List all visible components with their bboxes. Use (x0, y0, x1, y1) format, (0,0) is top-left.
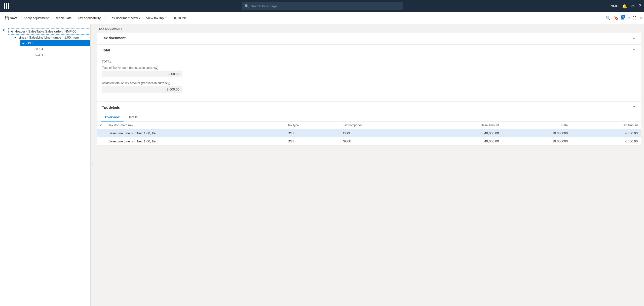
waffle-menu[interactable] (3, 3, 10, 10)
tax-document-section: Tax document ⌄ (97, 32, 641, 44)
row-tax-type-0: GST (285, 129, 340, 137)
notification-badge: 0 (621, 15, 625, 19)
content-area: TAX DOCUMENT Tax document ⌄ Total ⌃ TOTA… (94, 24, 644, 306)
tax-details-chevron-icon: ⌃ (633, 105, 636, 109)
total-section: Total ⌃ TOTAL Total of Tax Amount (trans… (97, 44, 641, 101)
table-wrapper: ✓ Tax document row Tax type Tax componen… (97, 121, 641, 145)
tree-gst-item[interactable]: ◀ GST (20, 40, 90, 46)
top-navigation: 🔍 INMF 🔔 ⚙ ? (0, 0, 644, 12)
bell-icon[interactable]: 🔔 (622, 4, 627, 9)
adjusted-total-field: Adjusted total of Tax Amount (transactio… (102, 81, 636, 93)
total-tax-field: Total of Tax Amount (transaction currenc… (102, 66, 636, 77)
section-title: TAX DOCUMENT (94, 24, 644, 32)
gear-icon[interactable]: ⚙ (631, 4, 635, 9)
search-cmd-icon[interactable]: 🔍 (606, 16, 611, 20)
total-tax-value: 8,000.00 (102, 71, 182, 77)
row-tax-component-1: SGST (340, 137, 425, 145)
col-base-amount: Base Amount (425, 121, 502, 129)
row-tax-component-0: CGST (340, 129, 425, 137)
apply-adjustment-button[interactable]: Apply adjustment (21, 15, 51, 21)
dropdown-arrow-icon: ▾ (139, 17, 140, 19)
row-base-amount-0: 40,000.00 (425, 129, 502, 137)
waffle-icon (4, 3, 9, 9)
total-tax-label: Total of Tax Amount (transaction currenc… (102, 66, 636, 70)
tax-details-header[interactable]: Tax details ⌃ (97, 102, 641, 113)
panel-resizer[interactable]: ⋮ (91, 24, 94, 306)
collapse-icon: ◀ (11, 30, 14, 33)
tree-lines-item[interactable]: ◀ Lines - SalesLine Line number: 1.00, I… (12, 35, 90, 40)
tab-details[interactable]: Details (124, 113, 142, 121)
gst-collapse-icon: ◀ (22, 42, 25, 45)
table-row[interactable]: SalesLine Line number: 1.00, Ite... GST … (97, 129, 641, 137)
row-check-1 (97, 137, 105, 145)
view-tax-input-button[interactable]: View tax input (144, 15, 169, 21)
expand-icon[interactable]: ⛶ (633, 16, 636, 20)
tree-header-item[interactable]: ◀ Header - SalesTable Sales order: INMF-… (8, 28, 90, 35)
tree-level3: CGST SGST (20, 46, 90, 58)
save-button[interactable]: 💾 Save (2, 15, 20, 22)
tree-sgst-item[interactable]: SGST (32, 52, 90, 58)
left-panel: ▼ ◀ Header - SalesTable Sales order: INM… (0, 24, 94, 306)
tree-cgst-item[interactable]: CGST (32, 46, 90, 52)
tab-overview[interactable]: Overview (101, 113, 124, 121)
favorites-icon[interactable]: 🔖 (614, 16, 619, 20)
row-tax-amount-0: 4,000.00 (571, 129, 641, 137)
table-row[interactable]: SalesLine Line number: 1.00, Ite... GST … (97, 137, 641, 145)
row-tax-type-1: GST (285, 137, 340, 145)
tax-document-view-button[interactable]: Tax document view ▾ (107, 15, 143, 21)
search-icon: 🔍 (245, 4, 249, 8)
tax-applicability-button[interactable]: Tax applicability (75, 15, 103, 21)
tax-details-section: Tax details ⌃ Overview Details (97, 102, 641, 146)
recalculate-button[interactable]: Recalculate (52, 15, 74, 21)
row-base-amount-1: 40,000.00 (425, 137, 502, 145)
adjusted-total-value: 8,000.00 (102, 86, 182, 93)
col-tax-component: Tax component (340, 121, 425, 129)
row-tax-doc-row-0: SalesLine Line number: 1.00, Ite... (105, 129, 285, 137)
help-icon[interactable]: ? (639, 4, 641, 8)
content-sections: Tax document ⌄ Total ⌃ TOTAL Total of Ta… (94, 32, 644, 149)
refresh-icon[interactable]: ↻ (627, 16, 630, 20)
command-bar: 💾 Save Apply adjustment Recalculate Tax … (0, 12, 644, 24)
tree-level2: ◀ GST CGST SGST (12, 40, 90, 58)
tax-table: ✓ Tax document row Tax type Tax componen… (97, 121, 641, 145)
tax-details-content: Overview Details ✓ Tax document row Tax … (97, 113, 641, 145)
table-header: ✓ Tax document row Tax type Tax componen… (97, 121, 641, 129)
save-icon: 💾 (5, 16, 9, 20)
col-tax-amount: Tax Amount (571, 121, 641, 129)
nav-right: INMF 🔔 ⚙ ? (610, 4, 641, 9)
total-chevron-icon: ⌃ (633, 48, 636, 52)
row-tax-doc-row-1: SalesLine Line number: 1.00, Ite... (105, 137, 285, 145)
tax-details-tabs: Overview Details (97, 113, 641, 121)
col-tax-document-row: Tax document row (105, 121, 285, 129)
nav-left (3, 3, 10, 10)
close-icon[interactable]: ✕ (639, 16, 642, 20)
tax-document-chevron-icon: ⌄ (633, 36, 636, 40)
total-section-content: TOTAL Total of Tax Amount (transaction c… (97, 56, 641, 101)
row-rate-0: 10.000000 (502, 129, 571, 137)
lines-collapse-icon: ◀ (14, 36, 17, 39)
filter-icon[interactable]: ▼ (0, 26, 7, 34)
row-tax-amount-1: 4,000.00 (571, 137, 641, 145)
search-bar[interactable]: 🔍 (242, 2, 403, 10)
options-button[interactable]: OPTIONS (170, 15, 190, 21)
table-body: SalesLine Line number: 1.00, Ite... GST … (97, 129, 641, 145)
user-label: INMF (610, 4, 618, 8)
tree-level1: ◀ Lines - SalesLine Line number: 1.00, I… (8, 35, 90, 58)
separator-1 (105, 15, 105, 21)
total-section-header[interactable]: Total ⌃ (97, 45, 641, 56)
notification-wrapper: ⊞ 0 (621, 16, 624, 20)
tree-container: ◀ Header - SalesTable Sales order: INMF-… (7, 26, 90, 60)
sidebar: ▼ ◀ Header - SalesTable Sales order: INM… (0, 24, 91, 306)
total-label: TOTAL (102, 60, 636, 63)
col-tax-type: Tax type (285, 121, 340, 129)
search-input[interactable] (251, 4, 400, 8)
row-rate-1: 10.000000 (502, 137, 571, 145)
col-rate: Rate (502, 121, 571, 129)
tax-document-header[interactable]: Tax document ⌄ (97, 33, 641, 44)
row-check-0 (97, 129, 105, 137)
col-check: ✓ (97, 121, 105, 129)
separator-2 (192, 15, 192, 21)
main-container: ▼ ◀ Header - SalesTable Sales order: INM… (0, 24, 644, 306)
adjusted-total-label: Adjusted total of Tax Amount (transactio… (102, 81, 636, 85)
